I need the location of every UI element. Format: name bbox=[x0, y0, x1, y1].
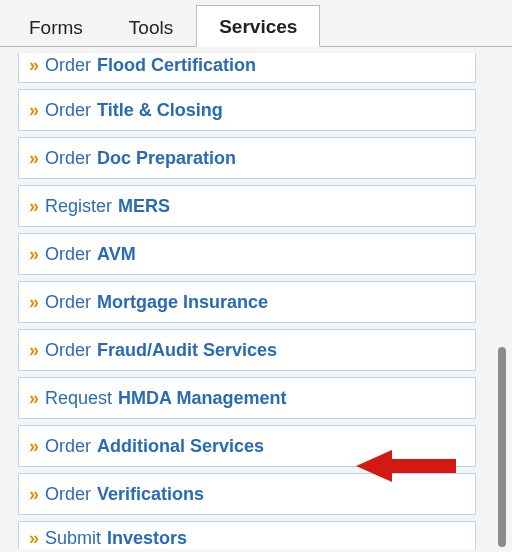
service-item-name: Mortgage Insurance bbox=[97, 292, 268, 313]
chevron-right-icon: » bbox=[29, 244, 37, 265]
service-item-prefix: Order bbox=[45, 148, 91, 169]
tab-strip: FormsToolsServices bbox=[0, 0, 512, 47]
service-item-name: Additional Services bbox=[97, 436, 264, 457]
service-item-name: HMDA Management bbox=[118, 388, 286, 409]
service-item-name: Flood Certification bbox=[97, 55, 256, 76]
service-item-order-verifications[interactable]: »OrderVerifications bbox=[18, 473, 476, 515]
service-item-name: Title & Closing bbox=[97, 100, 223, 121]
service-item-prefix: Order bbox=[45, 340, 91, 361]
service-item-prefix: Request bbox=[45, 388, 112, 409]
service-item-order-additional-services[interactable]: »OrderAdditional Services bbox=[18, 425, 476, 467]
service-item-name: MERS bbox=[118, 196, 170, 217]
service-item-prefix: Order bbox=[45, 55, 91, 76]
service-item-name: Doc Preparation bbox=[97, 148, 236, 169]
service-item-prefix: Submit bbox=[45, 528, 101, 549]
service-item-name: AVM bbox=[97, 244, 136, 265]
service-item-order-mortgage-insurance[interactable]: »OrderMortgage Insurance bbox=[18, 281, 476, 323]
service-item-order-flood-certification[interactable]: »OrderFlood Certification bbox=[18, 53, 476, 83]
service-item-name: Investors bbox=[107, 528, 187, 549]
services-list: »OrderFlood Certification»OrderTitle & C… bbox=[18, 53, 476, 549]
chevron-right-icon: » bbox=[29, 484, 37, 505]
service-item-prefix: Register bbox=[45, 196, 112, 217]
chevron-right-icon: » bbox=[29, 292, 37, 313]
tab-services[interactable]: Services bbox=[196, 5, 320, 47]
service-item-name: Fraud/Audit Services bbox=[97, 340, 277, 361]
chevron-right-icon: » bbox=[29, 436, 37, 457]
service-item-order-title-closing[interactable]: »OrderTitle & Closing bbox=[18, 89, 476, 131]
chevron-right-icon: » bbox=[29, 55, 37, 76]
service-item-prefix: Order bbox=[45, 244, 91, 265]
tab-forms[interactable]: Forms bbox=[6, 6, 106, 47]
chevron-right-icon: » bbox=[29, 100, 37, 121]
chevron-right-icon: » bbox=[29, 388, 37, 409]
service-item-order-avm[interactable]: »OrderAVM bbox=[18, 233, 476, 275]
service-item-submit-investors[interactable]: »SubmitInvestors bbox=[18, 521, 476, 549]
service-item-order-fraud-audit-services[interactable]: »OrderFraud/Audit Services bbox=[18, 329, 476, 371]
service-item-prefix: Order bbox=[45, 292, 91, 313]
tab-label: Tools bbox=[129, 17, 173, 38]
chevron-right-icon: » bbox=[29, 340, 37, 361]
chevron-right-icon: » bbox=[29, 528, 37, 549]
tab-label: Forms bbox=[29, 17, 83, 38]
service-item-request-hmda-management[interactable]: »RequestHMDA Management bbox=[18, 377, 476, 419]
service-item-order-doc-preparation[interactable]: »OrderDoc Preparation bbox=[18, 137, 476, 179]
service-item-prefix: Order bbox=[45, 484, 91, 505]
service-item-prefix: Order bbox=[45, 436, 91, 457]
chevron-right-icon: » bbox=[29, 196, 37, 217]
tab-tools[interactable]: Tools bbox=[106, 6, 196, 47]
service-item-register-mers[interactable]: »RegisterMERS bbox=[18, 185, 476, 227]
service-item-name: Verifications bbox=[97, 484, 204, 505]
service-item-prefix: Order bbox=[45, 100, 91, 121]
scrollbar-thumb[interactable] bbox=[498, 347, 506, 547]
tab-label: Services bbox=[219, 16, 297, 37]
chevron-right-icon: » bbox=[29, 148, 37, 169]
